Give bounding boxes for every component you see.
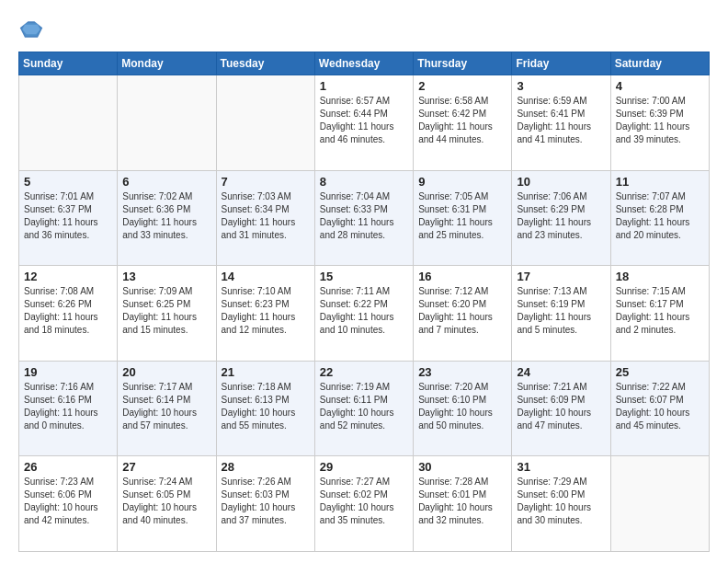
day-info: Sunrise: 7:13 AM Sunset: 6:19 PM Dayligh… — [517, 285, 605, 337]
calendar-cell: 31Sunrise: 7:29 AM Sunset: 6:00 PM Dayli… — [512, 456, 610, 552]
calendar-cell: 28Sunrise: 7:26 AM Sunset: 6:03 PM Dayli… — [216, 456, 314, 552]
day-number: 27 — [122, 460, 210, 474]
calendar-cell: 10Sunrise: 7:06 AM Sunset: 6:29 PM Dayli… — [512, 170, 610, 266]
day-number: 5 — [24, 175, 112, 189]
calendar-cell: 8Sunrise: 7:04 AM Sunset: 6:33 PM Daylig… — [314, 170, 413, 266]
header — [18, 17, 710, 42]
day-number: 14 — [222, 270, 310, 283]
day-number: 15 — [320, 270, 408, 283]
day-number: 1 — [320, 79, 408, 93]
calendar-week-3: 12Sunrise: 7:08 AM Sunset: 6:26 PM Dayli… — [19, 266, 710, 362]
calendar-cell: 21Sunrise: 7:18 AM Sunset: 6:13 PM Dayli… — [216, 361, 314, 456]
day-number: 4 — [616, 79, 704, 93]
day-info: Sunrise: 7:11 AM Sunset: 6:22 PM Dayligh… — [320, 285, 408, 337]
day-info: Sunrise: 7:00 AM Sunset: 6:39 PM Dayligh… — [616, 95, 704, 146]
day-info: Sunrise: 7:10 AM Sunset: 6:23 PM Dayligh… — [222, 285, 310, 337]
calendar-cell: 24Sunrise: 7:21 AM Sunset: 6:09 PM Dayli… — [512, 361, 610, 456]
day-info: Sunrise: 7:03 AM Sunset: 6:34 PM Dayligh… — [222, 190, 310, 242]
day-number: 2 — [418, 79, 506, 93]
calendar-cell: 11Sunrise: 7:07 AM Sunset: 6:28 PM Dayli… — [610, 170, 709, 266]
day-number: 10 — [517, 175, 605, 189]
calendar-cell: 13Sunrise: 7:09 AM Sunset: 6:25 PM Dayli… — [118, 266, 216, 362]
calendar-week-2: 5Sunrise: 7:01 AM Sunset: 6:37 PM Daylig… — [19, 170, 710, 266]
calendar-cell: 27Sunrise: 7:24 AM Sunset: 6:05 PM Dayli… — [118, 456, 216, 552]
day-info: Sunrise: 7:04 AM Sunset: 6:33 PM Dayligh… — [320, 190, 408, 242]
calendar-week-1: 1Sunrise: 6:57 AM Sunset: 6:44 PM Daylig… — [19, 75, 710, 171]
day-number: 19 — [24, 365, 112, 379]
calendar-cell: 19Sunrise: 7:16 AM Sunset: 6:16 PM Dayli… — [19, 361, 118, 456]
day-info: Sunrise: 7:08 AM Sunset: 6:26 PM Dayligh… — [24, 285, 112, 337]
day-number: 17 — [517, 270, 605, 283]
calendar-cell: 3Sunrise: 6:59 AM Sunset: 6:41 PM Daylig… — [512, 75, 610, 171]
day-info: Sunrise: 7:16 AM Sunset: 6:16 PM Dayligh… — [24, 381, 112, 432]
day-number: 25 — [616, 365, 704, 379]
day-number: 28 — [222, 460, 310, 474]
day-number: 21 — [222, 365, 310, 379]
day-number: 9 — [418, 175, 506, 189]
calendar-cell — [216, 75, 314, 171]
logo-icon — [18, 17, 44, 42]
page: SundayMondayTuesdayWednesdayThursdayFrid… — [0, 0, 728, 563]
day-number: 26 — [24, 460, 112, 474]
calendar-cell: 22Sunrise: 7:19 AM Sunset: 6:11 PM Dayli… — [314, 361, 413, 456]
day-info: Sunrise: 7:27 AM Sunset: 6:02 PM Dayligh… — [320, 476, 408, 527]
calendar-cell: 9Sunrise: 7:05 AM Sunset: 6:31 PM Daylig… — [414, 170, 512, 266]
day-info: Sunrise: 7:22 AM Sunset: 6:07 PM Dayligh… — [616, 381, 704, 432]
calendar-cell: 5Sunrise: 7:01 AM Sunset: 6:37 PM Daylig… — [19, 170, 118, 266]
calendar-cell: 2Sunrise: 6:58 AM Sunset: 6:42 PM Daylig… — [414, 75, 512, 171]
calendar-cell: 20Sunrise: 7:17 AM Sunset: 6:14 PM Dayli… — [118, 361, 216, 456]
calendar-cell — [19, 75, 118, 171]
day-number: 11 — [616, 175, 704, 189]
calendar-cell: 29Sunrise: 7:27 AM Sunset: 6:02 PM Dayli… — [314, 456, 413, 552]
calendar-cell: 26Sunrise: 7:23 AM Sunset: 6:06 PM Dayli… — [19, 456, 118, 552]
day-info: Sunrise: 7:19 AM Sunset: 6:11 PM Dayligh… — [320, 381, 408, 432]
day-number: 29 — [320, 460, 408, 474]
day-info: Sunrise: 7:23 AM Sunset: 6:06 PM Dayligh… — [24, 476, 112, 527]
day-number: 13 — [122, 270, 210, 283]
calendar-table: SundayMondayTuesdayWednesdayThursdayFrid… — [18, 52, 710, 552]
day-info: Sunrise: 6:58 AM Sunset: 6:42 PM Dayligh… — [418, 95, 506, 146]
day-number: 31 — [517, 460, 605, 474]
day-number: 3 — [517, 79, 605, 93]
day-number: 24 — [517, 365, 605, 379]
calendar-header: SundayMondayTuesdayWednesdayThursdayFrid… — [19, 52, 710, 75]
calendar-cell: 25Sunrise: 7:22 AM Sunset: 6:07 PM Dayli… — [610, 361, 709, 456]
weekday-header-saturday: Saturday — [610, 52, 709, 75]
day-info: Sunrise: 7:05 AM Sunset: 6:31 PM Dayligh… — [418, 190, 506, 242]
day-number: 22 — [320, 365, 408, 379]
calendar-cell: 15Sunrise: 7:11 AM Sunset: 6:22 PM Dayli… — [314, 266, 413, 362]
calendar-cell: 12Sunrise: 7:08 AM Sunset: 6:26 PM Dayli… — [19, 266, 118, 362]
day-number: 12 — [24, 270, 112, 283]
calendar-cell: 7Sunrise: 7:03 AM Sunset: 6:34 PM Daylig… — [216, 170, 314, 266]
calendar-week-4: 19Sunrise: 7:16 AM Sunset: 6:16 PM Dayli… — [19, 361, 710, 456]
logo — [18, 17, 48, 42]
day-info: Sunrise: 7:26 AM Sunset: 6:03 PM Dayligh… — [222, 476, 310, 527]
calendar-cell — [118, 75, 216, 171]
day-number: 7 — [222, 175, 310, 189]
weekday-header-tuesday: Tuesday — [216, 52, 314, 75]
weekday-header-thursday: Thursday — [414, 52, 512, 75]
calendar-cell: 1Sunrise: 6:57 AM Sunset: 6:44 PM Daylig… — [314, 75, 413, 171]
calendar-cell: 18Sunrise: 7:15 AM Sunset: 6:17 PM Dayli… — [610, 266, 709, 362]
day-number: 8 — [320, 175, 408, 189]
weekday-header-row: SundayMondayTuesdayWednesdayThursdayFrid… — [19, 52, 710, 75]
calendar-cell: 16Sunrise: 7:12 AM Sunset: 6:20 PM Dayli… — [414, 266, 512, 362]
day-info: Sunrise: 7:07 AM Sunset: 6:28 PM Dayligh… — [616, 190, 704, 242]
calendar-cell — [610, 456, 709, 552]
day-number: 6 — [122, 175, 210, 189]
calendar-cell: 30Sunrise: 7:28 AM Sunset: 6:01 PM Dayli… — [414, 456, 512, 552]
day-info: Sunrise: 7:06 AM Sunset: 6:29 PM Dayligh… — [517, 190, 605, 242]
weekday-header-monday: Monday — [118, 52, 216, 75]
day-info: Sunrise: 7:20 AM Sunset: 6:10 PM Dayligh… — [418, 381, 506, 432]
weekday-header-friday: Friday — [512, 52, 610, 75]
weekday-header-wednesday: Wednesday — [314, 52, 413, 75]
day-info: Sunrise: 6:57 AM Sunset: 6:44 PM Dayligh… — [320, 95, 408, 146]
day-info: Sunrise: 6:59 AM Sunset: 6:41 PM Dayligh… — [517, 95, 605, 146]
day-number: 23 — [418, 365, 506, 379]
day-info: Sunrise: 7:18 AM Sunset: 6:13 PM Dayligh… — [222, 381, 310, 432]
calendar-cell: 14Sunrise: 7:10 AM Sunset: 6:23 PM Dayli… — [216, 266, 314, 362]
day-number: 16 — [418, 270, 506, 283]
weekday-header-sunday: Sunday — [19, 52, 118, 75]
day-info: Sunrise: 7:15 AM Sunset: 6:17 PM Dayligh… — [616, 285, 704, 337]
calendar-cell: 4Sunrise: 7:00 AM Sunset: 6:39 PM Daylig… — [610, 75, 709, 171]
